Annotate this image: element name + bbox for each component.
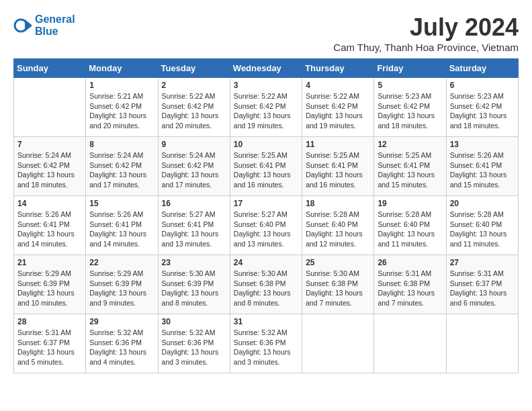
location-subtitle: Cam Thuy, Thanh Hoa Province, Vietnam xyxy=(333,42,519,53)
day-number: 22 xyxy=(89,258,154,267)
calendar-cell: 25Sunrise: 5:30 AM Sunset: 6:38 PM Dayli… xyxy=(302,255,374,314)
day-number: 25 xyxy=(306,258,370,267)
day-number: 28 xyxy=(17,317,82,326)
calendar-cell: 16Sunrise: 5:27 AM Sunset: 6:41 PM Dayli… xyxy=(158,196,230,255)
day-number: 24 xyxy=(234,258,298,267)
day-info: Sunrise: 5:32 AM Sunset: 6:36 PM Dayligh… xyxy=(89,328,154,367)
day-info: Sunrise: 5:32 AM Sunset: 6:36 PM Dayligh… xyxy=(234,328,298,367)
day-number: 3 xyxy=(234,81,298,90)
calendar-cell xyxy=(302,314,374,373)
calendar-cell: 9Sunrise: 5:24 AM Sunset: 6:42 PM Daylig… xyxy=(158,137,230,196)
day-number: 21 xyxy=(17,258,82,267)
day-info: Sunrise: 5:26 AM Sunset: 6:41 PM Dayligh… xyxy=(89,210,154,249)
month-title: July 2024 xyxy=(333,13,519,42)
day-info: Sunrise: 5:31 AM Sunset: 6:38 PM Dayligh… xyxy=(378,269,442,308)
calendar-cell: 22Sunrise: 5:29 AM Sunset: 6:39 PM Dayli… xyxy=(86,255,158,314)
calendar-cell: 26Sunrise: 5:31 AM Sunset: 6:38 PM Dayli… xyxy=(374,255,446,314)
day-number: 11 xyxy=(306,140,370,149)
day-number: 4 xyxy=(306,81,370,90)
day-info: Sunrise: 5:26 AM Sunset: 6:41 PM Dayligh… xyxy=(17,210,82,249)
calendar-cell: 21Sunrise: 5:29 AM Sunset: 6:39 PM Dayli… xyxy=(14,255,86,314)
day-number: 5 xyxy=(378,81,442,90)
day-number: 8 xyxy=(89,140,154,149)
day-number: 14 xyxy=(17,199,82,208)
day-info: Sunrise: 5:22 AM Sunset: 6:42 PM Dayligh… xyxy=(306,91,370,131)
week-row-1: 1Sunrise: 5:21 AM Sunset: 6:42 PM Daylig… xyxy=(14,78,519,137)
header-tuesday: Tuesday xyxy=(158,59,230,78)
calendar-cell: 2Sunrise: 5:22 AM Sunset: 6:42 PM Daylig… xyxy=(158,78,230,137)
week-row-2: 7Sunrise: 5:24 AM Sunset: 6:42 PM Daylig… xyxy=(14,137,519,196)
day-number: 6 xyxy=(450,81,515,90)
logo: General Blue xyxy=(13,13,75,38)
calendar-cell: 4Sunrise: 5:22 AM Sunset: 6:42 PM Daylig… xyxy=(302,78,374,137)
calendar-cell: 5Sunrise: 5:23 AM Sunset: 6:42 PM Daylig… xyxy=(374,78,446,137)
day-info: Sunrise: 5:32 AM Sunset: 6:36 PM Dayligh… xyxy=(162,328,226,367)
day-number: 15 xyxy=(89,199,154,208)
calendar-cell: 1Sunrise: 5:21 AM Sunset: 6:42 PM Daylig… xyxy=(86,78,158,137)
calendar-cell: 13Sunrise: 5:26 AM Sunset: 6:41 PM Dayli… xyxy=(446,137,518,196)
title-area: July 2024 Cam Thuy, Thanh Hoa Province, … xyxy=(333,13,519,53)
day-info: Sunrise: 5:23 AM Sunset: 6:42 PM Dayligh… xyxy=(450,91,515,131)
header-thursday: Thursday xyxy=(302,59,374,78)
header-friday: Friday xyxy=(374,59,446,78)
calendar-cell: 27Sunrise: 5:31 AM Sunset: 6:37 PM Dayli… xyxy=(446,255,518,314)
calendar-cell: 15Sunrise: 5:26 AM Sunset: 6:41 PM Dayli… xyxy=(86,196,158,255)
day-info: Sunrise: 5:27 AM Sunset: 6:40 PM Dayligh… xyxy=(234,210,298,249)
calendar-table: SundayMondayTuesdayWednesdayThursdayFrid… xyxy=(13,58,519,373)
day-info: Sunrise: 5:28 AM Sunset: 6:40 PM Dayligh… xyxy=(450,210,515,249)
week-row-4: 21Sunrise: 5:29 AM Sunset: 6:39 PM Dayli… xyxy=(14,255,519,314)
day-info: Sunrise: 5:30 AM Sunset: 6:39 PM Dayligh… xyxy=(162,269,226,308)
calendar-cell: 20Sunrise: 5:28 AM Sunset: 6:40 PM Dayli… xyxy=(446,196,518,255)
page-header: General Blue July 2024 Cam Thuy, Thanh H… xyxy=(13,13,519,53)
calendar-cell xyxy=(446,314,518,373)
day-number: 26 xyxy=(378,258,442,267)
svg-marker-1 xyxy=(25,19,32,32)
day-number: 12 xyxy=(378,140,442,149)
day-info: Sunrise: 5:25 AM Sunset: 6:41 PM Dayligh… xyxy=(306,150,370,190)
day-info: Sunrise: 5:22 AM Sunset: 6:42 PM Dayligh… xyxy=(162,91,226,131)
day-number: 9 xyxy=(162,140,226,149)
calendar-cell xyxy=(374,314,446,373)
day-info: Sunrise: 5:31 AM Sunset: 6:37 PM Dayligh… xyxy=(17,328,82,367)
week-row-3: 14Sunrise: 5:26 AM Sunset: 6:41 PM Dayli… xyxy=(14,196,519,255)
day-info: Sunrise: 5:25 AM Sunset: 6:41 PM Dayligh… xyxy=(378,150,442,190)
header-sunday: Sunday xyxy=(14,59,86,78)
calendar-cell: 6Sunrise: 5:23 AM Sunset: 6:42 PM Daylig… xyxy=(446,78,518,137)
logo-text: General Blue xyxy=(35,13,75,38)
day-number: 29 xyxy=(89,317,154,326)
day-info: Sunrise: 5:31 AM Sunset: 6:37 PM Dayligh… xyxy=(450,269,515,308)
day-number: 10 xyxy=(234,140,298,149)
logo-icon xyxy=(13,16,32,35)
header-row: SundayMondayTuesdayWednesdayThursdayFrid… xyxy=(14,59,519,78)
day-number: 27 xyxy=(450,258,515,267)
day-info: Sunrise: 5:29 AM Sunset: 6:39 PM Dayligh… xyxy=(17,269,82,308)
day-number: 18 xyxy=(306,199,370,208)
day-info: Sunrise: 5:30 AM Sunset: 6:38 PM Dayligh… xyxy=(306,269,370,308)
day-info: Sunrise: 5:25 AM Sunset: 6:41 PM Dayligh… xyxy=(234,150,298,190)
calendar-cell: 10Sunrise: 5:25 AM Sunset: 6:41 PM Dayli… xyxy=(230,137,302,196)
calendar-cell: 8Sunrise: 5:24 AM Sunset: 6:42 PM Daylig… xyxy=(86,137,158,196)
day-info: Sunrise: 5:27 AM Sunset: 6:41 PM Dayligh… xyxy=(162,210,226,249)
day-info: Sunrise: 5:30 AM Sunset: 6:38 PM Dayligh… xyxy=(234,269,298,308)
day-info: Sunrise: 5:22 AM Sunset: 6:42 PM Dayligh… xyxy=(234,91,298,131)
calendar-cell xyxy=(14,78,86,137)
week-row-5: 28Sunrise: 5:31 AM Sunset: 6:37 PM Dayli… xyxy=(14,314,519,373)
day-number: 13 xyxy=(450,140,515,149)
calendar-cell: 18Sunrise: 5:28 AM Sunset: 6:40 PM Dayli… xyxy=(302,196,374,255)
calendar-cell: 29Sunrise: 5:32 AM Sunset: 6:36 PM Dayli… xyxy=(86,314,158,373)
day-number: 19 xyxy=(378,199,442,208)
calendar-cell: 30Sunrise: 5:32 AM Sunset: 6:36 PM Dayli… xyxy=(158,314,230,373)
day-info: Sunrise: 5:24 AM Sunset: 6:42 PM Dayligh… xyxy=(89,150,154,190)
calendar-cell: 11Sunrise: 5:25 AM Sunset: 6:41 PM Dayli… xyxy=(302,137,374,196)
day-number: 1 xyxy=(89,81,154,90)
day-info: Sunrise: 5:29 AM Sunset: 6:39 PM Dayligh… xyxy=(89,269,154,308)
header-saturday: Saturday xyxy=(446,59,518,78)
day-info: Sunrise: 5:26 AM Sunset: 6:41 PM Dayligh… xyxy=(450,150,515,190)
calendar-cell: 3Sunrise: 5:22 AM Sunset: 6:42 PM Daylig… xyxy=(230,78,302,137)
calendar-cell: 31Sunrise: 5:32 AM Sunset: 6:36 PM Dayli… xyxy=(230,314,302,373)
calendar-cell: 7Sunrise: 5:24 AM Sunset: 6:42 PM Daylig… xyxy=(14,137,86,196)
header-monday: Monday xyxy=(86,59,158,78)
calendar-cell: 12Sunrise: 5:25 AM Sunset: 6:41 PM Dayli… xyxy=(374,137,446,196)
calendar-cell: 24Sunrise: 5:30 AM Sunset: 6:38 PM Dayli… xyxy=(230,255,302,314)
day-number: 2 xyxy=(162,81,226,90)
